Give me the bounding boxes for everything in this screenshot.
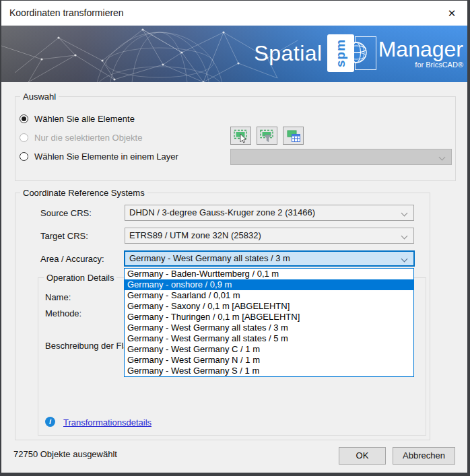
- table-selection-button[interactable]: [283, 127, 304, 145]
- area-accuracy-dropdown-list: Germany - Baden-Wurttemberg / 0,1 m Germ…: [124, 268, 414, 377]
- selection-group-title: Auswahl: [20, 92, 59, 102]
- selection-groupbox: Auswahl Wählen Sie alle Elemente Nur die…: [15, 96, 456, 181]
- layer-select-combobox: [230, 149, 452, 165]
- globe-icon: [355, 36, 376, 70]
- area-accuracy-label: Area / Accuracy:: [40, 254, 104, 264]
- radio-unselected-icon: [20, 152, 28, 161]
- target-crs-label: Target CRS:: [40, 231, 88, 241]
- select-elements-button[interactable]: [230, 127, 251, 145]
- dropdown-option[interactable]: Germany - West Germany all states / 5 m: [125, 333, 413, 344]
- source-crs-info-dot: [424, 209, 433, 220]
- operation-name-label: Name:: [45, 292, 71, 302]
- target-crs-info-dot: [424, 232, 433, 242]
- filter-selection-button[interactable]: [257, 127, 277, 145]
- logo-manager-text: Manager: [378, 38, 463, 60]
- status-objects-selected: 72750 Objekte ausgewählt: [13, 449, 117, 459]
- dropdown-option[interactable]: Germany - Baden-Wurttemberg / 0,1 m: [125, 269, 413, 279]
- dialog-title: Koordinaten transformieren: [9, 7, 124, 18]
- radio-layer-elements[interactable]: Wählen Sie Elemente in einem Layer: [20, 151, 178, 162]
- brand-banner: Spatial spm Manager for BricsCAD®: [1, 26, 467, 82]
- dropdown-option[interactable]: Germany - Saarland / 0,01 m: [125, 290, 413, 301]
- chevron-down-icon: [401, 233, 408, 240]
- source-crs-combobox[interactable]: DHDN / 3-degree Gauss-Kruger zone 2 (314…: [125, 205, 414, 221]
- dropdown-option[interactable]: Germany - Saxony / 0,1 m [ABGELEHTN]: [125, 301, 413, 312]
- dropdown-option[interactable]: Germany - West Germany S / 1 m: [125, 366, 413, 376]
- dropdown-option[interactable]: Germany - Thuringen / 0,1 m [ABGELEHTN]: [125, 312, 413, 322]
- logo-spatial-text: Spatial: [254, 41, 322, 66]
- spm-badge: spm: [327, 34, 354, 72]
- radio-selected-objects: Nur die selektierten Objekte: [20, 132, 142, 143]
- chevron-down-icon: [439, 154, 446, 161]
- dialog-koordinaten-transformieren: Koordinaten transformieren ✕: [1, 1, 467, 473]
- crs-group-title: Coordinate Reference Systems: [20, 188, 147, 198]
- radio-disabled-icon: [20, 133, 28, 142]
- chevron-down-icon: [401, 210, 408, 217]
- title-bar: Koordinaten transformieren ✕: [1, 1, 467, 26]
- selection-table-icon: [286, 129, 302, 143]
- operation-description-label: Beschreibung der Flä: [45, 341, 129, 351]
- radio-all-elements[interactable]: Wählen Sie alle Elemente: [20, 113, 135, 125]
- select-cursor-icon: [233, 129, 249, 143]
- logo-tagline: for BricsCAD®: [415, 61, 463, 69]
- dropdown-option[interactable]: Germany - West Germany all states / 3 m: [125, 322, 413, 333]
- spatial-manager-logo: Spatial spm Manager for BricsCAD®: [254, 34, 463, 72]
- info-icon: i: [45, 417, 55, 427]
- source-crs-label: Source CRS:: [40, 208, 92, 218]
- cancel-button[interactable]: Abbrechen: [393, 447, 455, 465]
- ok-button[interactable]: OK: [339, 447, 386, 465]
- dropdown-option[interactable]: Germany - West Germany N / 1 m: [125, 355, 413, 366]
- operation-method-label: Methode:: [45, 308, 81, 318]
- target-crs-combobox[interactable]: ETRS89 / UTM zone 32N (25832): [125, 228, 414, 244]
- area-accuracy-combobox[interactable]: Germany - West Germany all states / 3 m: [124, 250, 415, 267]
- dropdown-option[interactable]: Germany - West Germany C / 1 m: [125, 344, 413, 355]
- close-icon[interactable]: ✕: [440, 3, 463, 23]
- chevron-down-icon: [401, 256, 408, 263]
- selection-filter-icon: [259, 129, 275, 143]
- transformation-details-link[interactable]: Transformationsdetails: [63, 417, 152, 428]
- window-frame: Koordinaten transformieren ✕: [0, 0, 470, 476]
- operation-details-title: Operation Details: [44, 273, 116, 283]
- radio-selected-icon: [20, 114, 28, 123]
- dropdown-option-highlighted[interactable]: Germany - onshore / 0,9 m: [125, 279, 413, 290]
